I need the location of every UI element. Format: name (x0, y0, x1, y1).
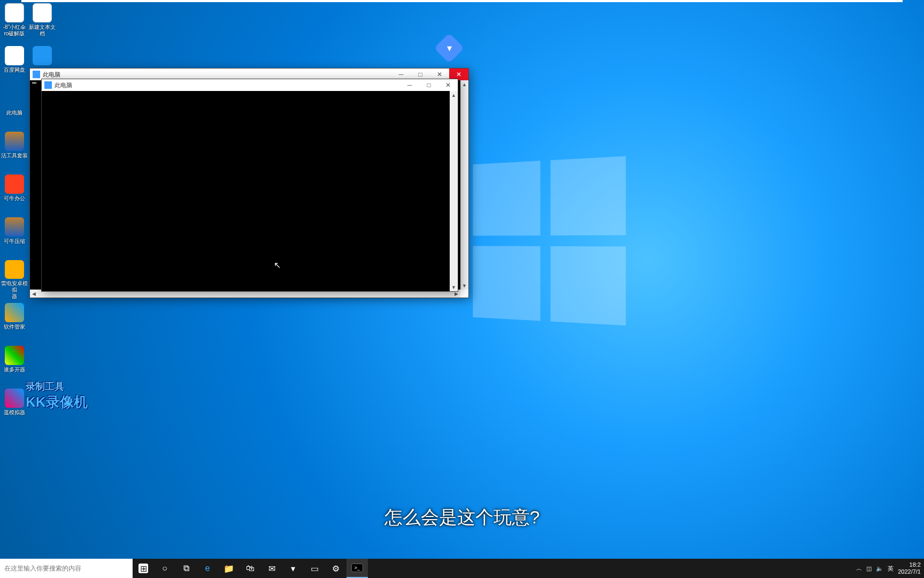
desktop-icon-xyplayer[interactable]: 遥模拟器 (0, 389, 29, 428)
desktop-icon-label: 百度网盘 (4, 67, 25, 73)
desktop-icon-label: 软件管家 (4, 324, 25, 330)
tray-time: 18:2 (898, 561, 921, 568)
window-title: 此电脑 (55, 81, 72, 89)
desktop-icon-label: 新建文本文档 (28, 24, 57, 37)
pc-icon (44, 81, 52, 89)
thunder-icon: ▾ (288, 564, 298, 573)
store-icon: 🛍 (245, 564, 255, 573)
watermark-line1: 录制工具 (26, 380, 88, 393)
system-tray[interactable]: ︿ ◫ 🔈 英 18:2 2022/7/1 (853, 559, 924, 578)
pc-icon (33, 71, 40, 78)
taskbar-edge-button[interactable]: e (197, 559, 218, 578)
appmgr-icon (5, 303, 24, 322)
settings-icon: ⚙ (331, 564, 341, 573)
search-placeholder: 在这里输入你要搜索的内容 (4, 564, 81, 573)
cmd-icon: >_ (351, 564, 363, 572)
scroll-up-icon[interactable]: ▲ (460, 80, 468, 88)
xiaohongsan-icon (5, 3, 24, 22)
ldplayer-icon (5, 260, 24, 279)
taskbar-cortana-button[interactable]: ○ (154, 559, 175, 578)
scrollbar-vertical[interactable]: ▲ ▼ (460, 80, 468, 290)
taskbar-mail-button[interactable]: ✉ (261, 559, 282, 578)
taskbar-notes-button[interactable]: ▭ (304, 559, 325, 578)
tray-volume-icon[interactable]: 🔈 (876, 565, 883, 572)
explorer-icon: 📁 (224, 564, 234, 573)
minimize-button[interactable]: ─ (400, 79, 419, 91)
keniuzip-icon (5, 217, 24, 237)
taskbar[interactable]: 在这里输入你要搜索的内容 ⊞○⧉e📁🛍✉▾▭⚙>_ ︿ ◫ 🔈 英 18:2 2… (0, 559, 924, 578)
top-edge-bar (21, 0, 903, 2)
video-subtitle: 怎么会是这个玩意? (0, 505, 924, 530)
scroll-up-icon[interactable]: ▲ (450, 91, 458, 99)
desktop-icon-keniuzip[interactable]: 可牛压缩 (0, 217, 29, 257)
tray-chevron-icon[interactable]: ︿ (856, 565, 862, 573)
baidupan-icon (5, 46, 24, 65)
desktop-icon-label: 活工具套装 (1, 153, 28, 159)
taskbar-thunder-button[interactable]: ▾ (282, 559, 304, 578)
scroll-left-icon[interactable]: ◀ (30, 290, 38, 298)
desktop-icon-multiopen[interactable]: 速多开器 (0, 346, 29, 385)
newtxt-icon (33, 3, 52, 22)
desktop-icon-appmgr[interactable]: 软件管家 (0, 303, 29, 343)
desktop-icon-label: 雷电安卓模拟 器 (0, 280, 29, 300)
desktop-icon-label: -8"小红伞 ro破解版 (3, 24, 26, 37)
taskbar-start-button[interactable]: ⊞ (133, 559, 154, 578)
desktop-icon-thispc[interactable]: 此电脑 (0, 89, 29, 128)
scroll-down-icon[interactable]: ▼ (460, 282, 468, 290)
explorer-window-front[interactable]: 此电脑 ─ □ ✕ ▲ ▼ (41, 79, 458, 292)
titlebar[interactable]: 此电脑 ─ □ ✕ (42, 79, 458, 91)
window-title: 此电脑 (43, 71, 60, 79)
desktop-icon-ldplayer[interactable]: 雷电安卓模拟 器 (0, 260, 29, 300)
taskview-icon: ⧉ (181, 564, 191, 573)
maximize-button[interactable]: □ (419, 79, 438, 91)
desktop-icon-label: 此电脑 (6, 110, 22, 116)
recorder-watermark: 录制工具 KK录像机 (26, 380, 88, 412)
close-button[interactable]: ✕ (438, 79, 458, 91)
desktop-icon-newtxt[interactable]: 新建文本文档 (28, 3, 57, 43)
edge-icon: e (203, 564, 212, 573)
window-content-black (42, 91, 458, 291)
start-icon: ⊞ (138, 564, 148, 573)
desktop-icon-keniubg[interactable]: 可牛办公 (0, 174, 29, 214)
mail-icon: ✉ (267, 564, 276, 573)
toolkit-icon (5, 132, 24, 151)
xyplayer-icon (5, 389, 24, 408)
taskbar-cmd-button[interactable]: >_ (346, 559, 368, 578)
keniubg-icon (5, 174, 24, 194)
tray-date: 2022/7/1 (898, 568, 921, 575)
desktop-icon-label: 遥模拟器 (4, 409, 25, 416)
thispc-icon (5, 89, 24, 108)
tray-clock[interactable]: 18:2 2022/7/1 (898, 561, 921, 575)
desktop-icon-toolkit[interactable]: 活工具套装 (0, 132, 29, 171)
desktop-icon-label: 速多开器 (4, 367, 25, 373)
notes-icon: ▭ (310, 564, 319, 573)
taskbar-explorer-button[interactable]: 📁 (218, 559, 240, 578)
terminal-cursor (32, 82, 36, 83)
desktop-icon-label: 可牛办公 (4, 195, 25, 202)
thunder-icon (33, 46, 52, 65)
scroll-down-icon[interactable]: ▼ (450, 283, 458, 291)
multiopen-icon (5, 346, 24, 365)
windows-logo-watermark (473, 156, 626, 325)
taskbar-settings-button[interactable]: ⚙ (325, 559, 346, 578)
taskbar-store-button[interactable]: 🛍 (240, 559, 261, 578)
tray-ime-indicator[interactable]: 英 (888, 565, 894, 573)
tray-network-icon[interactable]: ◫ (866, 565, 872, 572)
taskbar-taskview-button[interactable]: ⧉ (175, 559, 197, 578)
scrollbar-vertical[interactable]: ▲ ▼ (450, 91, 458, 291)
watermark-line2: KK录像机 (26, 393, 88, 412)
search-input[interactable]: 在这里输入你要搜索的内容 (0, 559, 133, 578)
desktop-icon-xiaohongsan[interactable]: -8"小红伞 ro破解版 (0, 3, 29, 43)
desktop-icon-baidupan[interactable]: 百度网盘 (0, 46, 29, 86)
desktop-icons-col1: -8"小红伞 ro破解版百度网盘此电脑活工具套装可牛办公可牛压缩雷电安卓模拟 器… (0, 3, 32, 431)
desktop-icon-label: 可牛压缩 (4, 238, 25, 245)
cortana-icon: ○ (160, 564, 170, 573)
